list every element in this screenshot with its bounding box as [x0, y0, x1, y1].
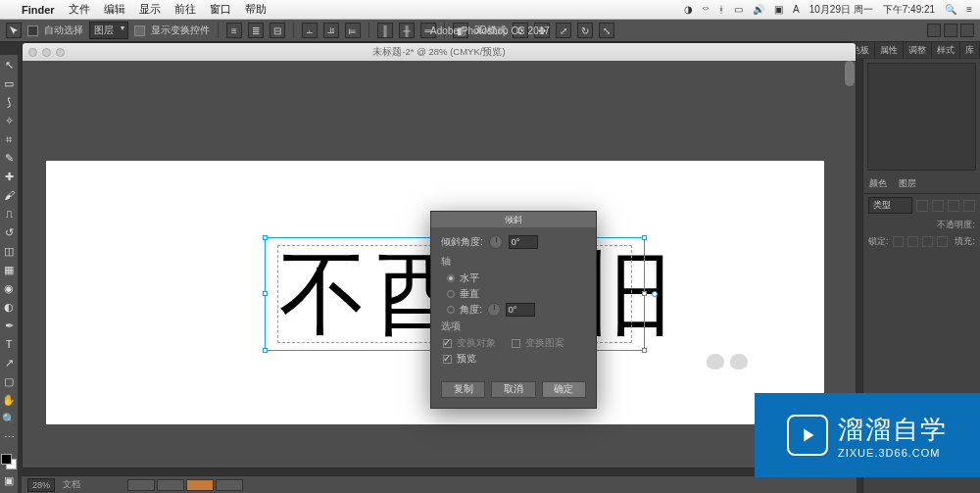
filter-icon[interactable]	[932, 200, 944, 212]
pen-tool-icon[interactable]: ✒	[1, 318, 17, 333]
move-tool-icon[interactable]	[6, 23, 22, 38]
more-tool-icon[interactable]: ⋯	[1, 429, 17, 445]
align-icon[interactable]: ═	[420, 23, 436, 38]
3d-icon[interactable]: ◧	[453, 23, 468, 38]
ws-btn[interactable]	[960, 24, 974, 37]
axis-angle-input[interactable]	[506, 303, 535, 317]
status-icon[interactable]: ◑	[684, 4, 693, 15]
axis-angle-radio[interactable]: 角度:	[447, 303, 586, 317]
shape-tool-icon[interactable]: ▢	[1, 373, 17, 389]
brush-tool-icon[interactable]: 🖌	[1, 187, 17, 203]
frame[interactable]	[157, 479, 184, 491]
notif-icon[interactable]: ≡	[966, 4, 972, 15]
eraser-tool-icon[interactable]: ◫	[1, 243, 17, 259]
ws-btn[interactable]	[944, 24, 957, 37]
auto-select-target[interactable]: 图层	[89, 22, 128, 39]
menu-help[interactable]: 帮助	[245, 2, 267, 17]
blur-tool-icon[interactable]: ◉	[1, 280, 17, 296]
angle-input[interactable]	[509, 235, 538, 249]
heal-tool-icon[interactable]: ✚	[1, 169, 17, 184]
frame[interactable]	[216, 479, 243, 491]
handle[interactable]	[263, 348, 268, 353]
align-icon[interactable]: ⫢	[345, 23, 361, 38]
align-icon[interactable]: ⫠	[302, 23, 318, 38]
minimize-icon[interactable]	[42, 48, 51, 57]
gradient-tool-icon[interactable]: ▦	[1, 262, 17, 277]
menu-edit[interactable]: 编辑	[104, 2, 125, 17]
wifi-icon[interactable]: ⌔	[703, 4, 709, 15]
bt-icon[interactable]: ᚼ	[718, 4, 724, 15]
hand-tool-icon[interactable]: ✋	[1, 392, 17, 408]
axis-vertical-radio[interactable]: 垂直	[447, 287, 586, 301]
handle[interactable]	[642, 291, 647, 296]
align-icon[interactable]: ⊟	[270, 23, 285, 38]
reference-point[interactable]	[652, 291, 658, 297]
transform-object-checkbox[interactable]: 变换对象 变换图案	[443, 336, 586, 350]
menu-window[interactable]: 窗口	[210, 2, 231, 17]
handle[interactable]	[263, 291, 268, 296]
copy-button[interactable]: 复制	[441, 381, 485, 398]
3d-zoom-icon[interactable]: ⤢	[556, 23, 571, 38]
tab[interactable]: 图层	[893, 174, 922, 193]
type-tool-icon[interactable]: T	[1, 336, 17, 352]
filter-icon[interactable]	[948, 200, 959, 212]
show-transform-checkbox[interactable]	[134, 25, 145, 36]
dodge-tool-icon[interactable]: ◐	[1, 299, 17, 315]
doc-info[interactable]: 文档	[63, 478, 80, 491]
crop-tool-icon[interactable]: ⌗	[1, 131, 17, 147]
cancel-button[interactable]: 取消	[491, 381, 535, 398]
lock-icon[interactable]	[937, 236, 948, 247]
handle[interactable]	[263, 235, 268, 240]
ime-icon[interactable]: A	[793, 4, 800, 15]
close-icon[interactable]	[28, 48, 37, 57]
axis-horizontal-radio[interactable]: 水平	[447, 271, 586, 285]
align-icon[interactable]: ⫡	[323, 23, 339, 38]
airplay-icon[interactable]: ▣	[774, 4, 783, 15]
zoom-field[interactable]: 28%	[27, 478, 55, 492]
axis-angle-knob[interactable]	[487, 303, 501, 317]
quickmask-icon[interactable]: ▣	[1, 472, 17, 488]
3d-rot-icon[interactable]: ↻	[577, 23, 593, 38]
align-icon[interactable]: ≣	[248, 23, 264, 38]
filter-icon[interactable]	[963, 200, 975, 212]
lock-icon[interactable]	[893, 236, 904, 247]
fgcolor-swatch[interactable]	[1, 454, 12, 465]
handle[interactable]	[642, 235, 647, 240]
filter-icon[interactable]	[916, 200, 928, 212]
menu-view[interactable]: 显示	[139, 2, 161, 17]
auto-select-checkbox[interactable]	[27, 25, 38, 36]
frame[interactable]	[127, 479, 155, 491]
lock-icon[interactable]	[922, 236, 933, 247]
menu-go[interactable]: 前往	[174, 2, 196, 17]
menubar-date[interactable]: 10月29日 周一	[809, 3, 873, 17]
angle-knob[interactable]	[489, 235, 503, 249]
align-icon[interactable]: ╫	[399, 23, 415, 38]
ok-button[interactable]: 确定	[542, 381, 586, 398]
color-swatches[interactable]	[1, 454, 17, 469]
lasso-tool-icon[interactable]: ⟆	[1, 94, 17, 110]
app-name[interactable]: Finder	[22, 4, 55, 16]
menu-file[interactable]: 文件	[69, 2, 90, 17]
path-tool-icon[interactable]: ↗	[1, 355, 17, 370]
zoom-tool-icon[interactable]: 🔍	[1, 411, 17, 426]
battery-icon[interactable]: ▭	[734, 4, 743, 15]
align-icon[interactable]: ║	[377, 23, 393, 38]
frame[interactable]	[186, 479, 214, 491]
scroll-thumb[interactable]	[845, 61, 855, 86]
marquee-tool-icon[interactable]: ▭	[1, 75, 17, 91]
ws-btn[interactable]	[927, 24, 941, 37]
rtab[interactable]: 库	[960, 42, 980, 58]
tab[interactable]: 颜色	[863, 174, 893, 193]
handle[interactable]	[642, 348, 647, 353]
3d-pan-icon[interactable]: ✥	[534, 23, 550, 38]
preview-checkbox[interactable]: 预览	[443, 352, 586, 366]
move-tool-icon[interactable]: ↖	[1, 57, 17, 73]
vol-icon[interactable]: 🔊	[753, 4, 764, 15]
spotlight-icon[interactable]: 🔍	[945, 4, 956, 15]
rtab[interactable]: 调整	[904, 42, 932, 58]
3d-orbit-icon[interactable]: ⟳	[513, 23, 528, 38]
eyedrop-tool-icon[interactable]: ✎	[1, 150, 17, 166]
properties-panel[interactable]	[867, 63, 976, 171]
layer-filter-select[interactable]: 类型	[868, 197, 912, 214]
lock-icon[interactable]	[907, 236, 918, 247]
